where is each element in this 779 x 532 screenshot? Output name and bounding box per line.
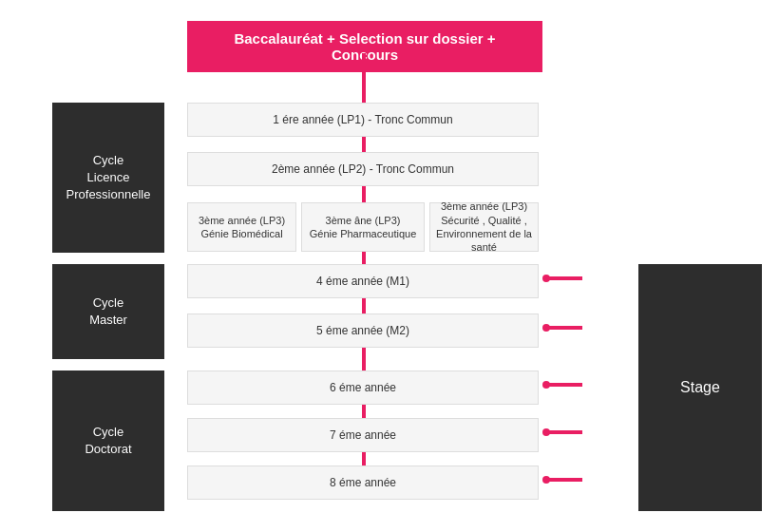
- year-d7: 7 éme année: [187, 418, 539, 452]
- year-lp3c: 3ème année (LP3) Sécurité , Qualité , En…: [429, 202, 539, 252]
- diagram-container: Baccalauréat + Selection sur dossier + C…: [0, 0, 779, 532]
- year-lp2: 2ème année (LP2) - Tronc Commun: [187, 152, 539, 186]
- stage-box: Stage: [638, 264, 762, 511]
- year-d6: 6 éme année: [187, 370, 539, 405]
- year-lp1: 1 ére année (LP1) - Tronc Commun: [187, 103, 539, 137]
- conn-h-d8: [546, 478, 582, 482]
- year-lp3b: 3ème âne (LP3) Génie Pharmaceutique: [301, 202, 425, 252]
- conn-d7-d8: [362, 452, 366, 466]
- connector-banner-lp1: [362, 53, 366, 103]
- year-d8: 8 éme année: [187, 466, 539, 500]
- conn-h-d6: [546, 383, 582, 387]
- year-m1: 4 éme année (M1): [187, 264, 539, 298]
- conn-d6-d7: [362, 405, 366, 418]
- conn-lp2-lp3: [362, 186, 366, 202]
- conn-h-m2: [546, 326, 582, 330]
- conn-m1-m2: [362, 298, 366, 314]
- conn-lp1-lp2: [362, 137, 366, 152]
- conn-m2-d6: [362, 348, 366, 370]
- year-lp3a: 3ème année (LP3) Génie Biomédical: [187, 202, 296, 252]
- cycle-master: Cycle Master: [52, 264, 164, 359]
- conn-lp3-m1: [362, 252, 366, 264]
- conn-h-m1: [546, 276, 582, 280]
- cycle-licence: Cycle Licence Professionnelle: [52, 103, 164, 253]
- conn-h-d7: [546, 430, 582, 434]
- year-m2: 5 éme année (M2): [187, 314, 539, 348]
- cycle-doctorat: Cycle Doctorat: [52, 370, 164, 511]
